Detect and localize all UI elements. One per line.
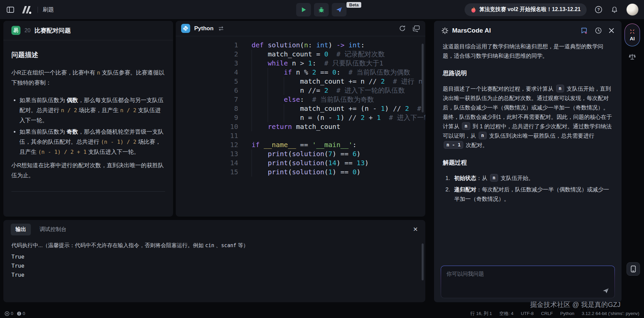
balance-icon[interactable]: [629, 53, 636, 60]
mobile-view-button[interactable]: [627, 262, 640, 276]
nav-app-label: 刷题: [43, 6, 54, 13]
notifications-button[interactable]: [610, 5, 619, 14]
top-bar: 刷题 Beta: [0, 0, 644, 19]
code-line[interactable]: 15print(solution(1) == 0): [176, 168, 425, 177]
ai-sparkle-icon: [629, 29, 635, 35]
beta-badge: Beta: [346, 2, 361, 8]
status-item[interactable]: 3.12.2 64-bit ('shims': pyenv): [582, 311, 639, 316]
code-line[interactable]: 10return match_count: [176, 122, 425, 131]
switch-language-icon[interactable]: [218, 26, 224, 31]
code-line[interactable]: 14print(solution(14) == 13): [176, 158, 425, 168]
editor-header: Python: [176, 21, 425, 36]
rule-item-odd: 如果当前队伍数为 奇数，那么将会随机轮空并晋级一支队伍，其余的队伍配对。总共进行…: [19, 127, 165, 157]
difficulty-badge: 易: [11, 26, 20, 35]
ai-input-container: [441, 266, 615, 298]
python-logo-icon: [181, 24, 190, 33]
ai-steps-heading: 解题过程: [443, 158, 613, 167]
history-icon[interactable]: [595, 27, 602, 34]
new-chat-icon[interactable]: [580, 27, 588, 34]
output-result: True: [11, 264, 417, 268]
editor-panel: Python 1def solution(n: int) -> int:2mat…: [176, 21, 425, 217]
code-line[interactable]: 13print(solution(7) == 6): [176, 149, 425, 158]
sidebar-toggle-icon[interactable]: [5, 5, 15, 15]
output-content: 代码执行中...（温馨提示：代码中不允许存在输入指令，否则将会阻塞运行。例如 c…: [3, 239, 425, 277]
error-icon: [5, 311, 9, 316]
status-item[interactable]: 行 16, 列 1: [470, 311, 492, 317]
workbench: 刷题 Beta: [0, 0, 644, 318]
close-ai-icon[interactable]: [609, 28, 614, 33]
close-output-icon[interactable]: ✕: [413, 226, 418, 233]
output-header: 输出 调试控制台 ✕: [3, 220, 425, 239]
phone-icon: [630, 266, 636, 272]
tab-debug-console[interactable]: 调试控制台: [40, 226, 66, 233]
code-line[interactable]: 2match_count = 0 # 记录配对次数: [176, 50, 425, 59]
code-line[interactable]: 8match_count += (n - 1) // 2 # 进行配对的场数: [176, 104, 425, 113]
ai-panel-title: MarsCode AI: [452, 27, 491, 34]
help-icon: ?: [595, 6, 602, 13]
ai-steps-list: 1.初始状态：从 n 支队伍开始。2.递归配对：每次配对后，队伍数减少一半（偶数…: [443, 173, 613, 203]
problem-header: 易 20 比赛配对问题: [3, 21, 173, 40]
ai-step-item: 2.递归配对：每次配对后，队伍数减少一半（偶数情况）或减少一半加一（奇数情况）。: [445, 185, 613, 203]
problem-section-heading: 问题描述: [11, 50, 165, 60]
warning-icon: [17, 311, 21, 316]
warning-count: 0: [23, 311, 25, 316]
code-line[interactable]: 4if n % 2 == 0: # 当前队伍数为偶数: [176, 68, 425, 77]
problem-number: 20: [24, 28, 31, 34]
output-scrollbar[interactable]: [422, 243, 424, 280]
submit-button[interactable]: [332, 3, 346, 16]
status-bar: 0 0 行 16, 列 1空格: 4UTF-8CRLFPython3.12.2 …: [0, 309, 644, 318]
play-icon: [301, 7, 307, 13]
ai-header: MarsCode AI: [434, 21, 622, 40]
code-line[interactable]: 3while n > 1: # 只要队伍数大于1: [176, 59, 425, 68]
help-button[interactable]: ?: [594, 5, 603, 14]
svg-text:?: ?: [597, 7, 600, 12]
run-button[interactable]: [296, 3, 311, 16]
watermark: 掘金技术社区 @ 我是真的GZJ: [530, 300, 621, 309]
output-results: TrueTrueTrue: [11, 255, 417, 277]
error-count: 0: [11, 311, 13, 316]
errors-indicator[interactable]: 0: [5, 311, 13, 316]
ai-approach-heading: 思路说明: [443, 69, 613, 78]
tab-output[interactable]: 输出: [11, 224, 31, 235]
announcement-text: 算法竞技赛 vol2 开始报名啦！12.13-12.21: [479, 6, 581, 13]
status-item[interactable]: UTF-8: [521, 311, 534, 316]
ai-question-input[interactable]: [441, 266, 614, 298]
status-item[interactable]: Python: [560, 311, 574, 316]
paper-plane-icon: [336, 6, 342, 13]
marscode-logo-icon: [20, 5, 33, 14]
output-panel: 输出 调试控制台 ✕ 代码执行中...（温馨提示：代码中不允许存在输入指令，否则…: [3, 220, 425, 302]
code-line[interactable]: 11: [176, 131, 425, 140]
warnings-indicator[interactable]: 0: [17, 311, 25, 316]
user-avatar[interactable]: [626, 3, 639, 16]
status-item[interactable]: 空格: 4: [499, 311, 514, 317]
rule-list: 如果当前队伍数为 偶数，那么每支队伍都会与另一支队伍配对。总共进行 n / 2 …: [19, 95, 165, 157]
code-line[interactable]: 6n //= 2 # 进入下一轮的队伍数: [176, 86, 425, 95]
ai-rail-label: AI: [630, 36, 635, 41]
code-line[interactable]: 12if __name__ == '__main__':: [176, 140, 425, 149]
sparkle-icon: [441, 27, 448, 34]
problem-title: 比赛配对问题: [35, 27, 71, 35]
ai-rail-button[interactable]: AI: [625, 24, 640, 46]
code-line[interactable]: 9n = (n - 1) // 2 + 1 # 进入下一轮的队伍数: [176, 113, 425, 122]
problem-description: 问题描述 小R正在组织一个比赛，比赛中有 n 支队伍参赛。比赛遵循以下独特的赛制…: [3, 40, 173, 192]
divider: [38, 7, 38, 13]
debug-button[interactable]: [314, 3, 329, 16]
ai-message: 这道题目综合运用了数学归纳法和递归思想，是一道典型的数学问题，适合练习数学归纳和…: [434, 40, 622, 203]
problem-outro-paragraph: 小R想知道在比赛中进行的配对次数，直到决出唯一的获胜队伍为止。: [11, 161, 165, 181]
right-rail: AI: [624, 24, 641, 60]
code-line[interactable]: 7else: # 当前队伍数为奇数: [176, 95, 425, 104]
code-line[interactable]: 1def solution(n: int) -> int:: [176, 41, 425, 50]
reset-code-icon[interactable]: [399, 25, 406, 32]
problem-intro-paragraph: 小R正在组织一个比赛，比赛中有 n 支队伍参赛。比赛遵循以下独特的赛制：: [11, 68, 165, 88]
submission-record-icon[interactable]: [413, 25, 420, 32]
output-result: True: [11, 273, 417, 277]
send-icon[interactable]: [602, 287, 610, 294]
editor-scrollbar[interactable]: [422, 44, 424, 112]
status-right-items: 行 16, 列 1空格: 4UTF-8CRLFPython3.12.2 64-b…: [470, 311, 639, 317]
problem-panel: 易 20 比赛配对问题 问题描述 小R正在组织一个比赛，比赛中有 n 支队伍参赛…: [3, 21, 173, 217]
code-editor[interactable]: 1def solution(n: int) -> int:2match_coun…: [176, 36, 425, 177]
code-line[interactable]: 5match_count += n // 2 # 进行 n // 2 场比赛: [176, 77, 425, 86]
status-item[interactable]: CRLF: [541, 311, 553, 316]
ai-assistant-panel: MarsCode AI 这道题目综合运用了数学归纳法和递归思想，是一道典型的数学…: [434, 21, 622, 302]
contest-announcement-pill[interactable]: 算法竞技赛 vol2 开始报名啦！12.13-12.21: [465, 3, 587, 16]
